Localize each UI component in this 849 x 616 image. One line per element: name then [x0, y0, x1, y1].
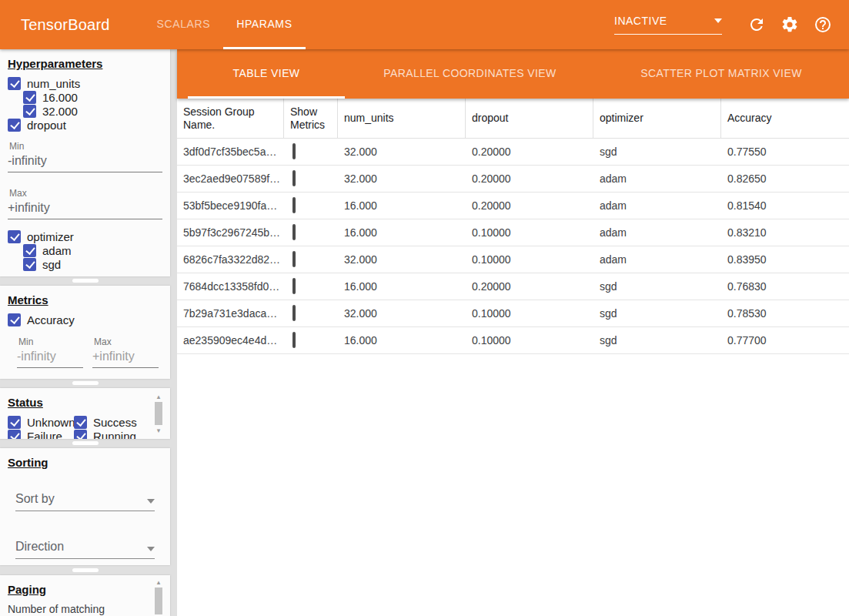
- status-success-row: Success: [74, 415, 146, 429]
- value-32-checkbox[interactable]: [23, 105, 36, 118]
- session-group-name: 5b97f3c2967245b…: [177, 226, 284, 239]
- checkbox-label: 16.000: [42, 91, 78, 104]
- max-label: Max: [9, 188, 162, 199]
- hparam-num-units-row: num_units: [8, 76, 162, 90]
- adam-checkbox[interactable]: [23, 244, 36, 257]
- show-metrics-checkbox[interactable]: [292, 197, 296, 213]
- status-panel: Status Unknown Success Failure Running ▴…: [0, 388, 170, 439]
- paging-scrollbar[interactable]: ▴: [153, 578, 164, 616]
- accuracy-checkbox[interactable]: [8, 313, 21, 326]
- dropout-cell: 0.20000: [466, 172, 593, 185]
- dropout-cell: 0.20000: [466, 199, 593, 212]
- column-header-show-metrics: Show Metrics: [284, 99, 338, 138]
- scroll-up-icon[interactable]: ▴: [157, 578, 161, 586]
- sort-by-select[interactable]: Sort by: [15, 490, 155, 511]
- num-units-checkbox[interactable]: [8, 77, 21, 90]
- tab-scalars[interactable]: SCALARS: [144, 0, 224, 49]
- optimizer-group: optimizer adam sgd: [8, 229, 162, 271]
- gear-icon: [780, 15, 799, 34]
- scroll-down-icon[interactable]: ▾: [157, 427, 161, 434]
- success-checkbox[interactable]: [74, 416, 87, 429]
- dropout-checkbox[interactable]: [8, 119, 21, 132]
- tab-parallel-coordinates-view[interactable]: PARALLEL COORDINATES VIEW: [345, 49, 595, 99]
- status-unknown-row: Unknown: [8, 415, 74, 429]
- max-input[interactable]: +infinity: [92, 347, 159, 368]
- tab-scatter-plot-matrix-view[interactable]: SCATTER PLOT MATRIX VIEW: [595, 49, 847, 99]
- dropout-cell: 0.10000: [466, 253, 593, 266]
- column-header-dropout: dropout: [466, 99, 593, 138]
- optimizer-checkbox[interactable]: [8, 230, 21, 243]
- num-units-cell: 32.000: [338, 146, 466, 158]
- hyperparameters-heading: Hyperparameters: [8, 57, 162, 70]
- hyperparameters-panel: Hyperparameters num_units 16.000 32.000 …: [0, 49, 170, 276]
- table-row: 3ec2aed9e07589f… 32.000 0.20000 adam 0.8…: [177, 166, 849, 192]
- hparam-value-row: adam: [8, 243, 162, 257]
- checkbox-label: adam: [42, 244, 72, 257]
- scrollbar-thumb[interactable]: [155, 588, 162, 614]
- metrics-panel: Metrics Accuracy Min -infinity Max +infi…: [0, 286, 170, 379]
- show-metrics-checkbox[interactable]: [292, 143, 296, 159]
- table-row: 7b29a731e3daca… 32.000 0.10000 sgd 0.785…: [177, 300, 849, 327]
- scrollbar-thumb[interactable]: [155, 402, 162, 425]
- optimizer-cell: adam: [593, 226, 721, 239]
- max-input[interactable]: +infinity: [8, 199, 162, 219]
- show-metrics-checkbox[interactable]: [292, 251, 296, 267]
- show-metrics-checkbox[interactable]: [292, 305, 296, 321]
- checkbox-label: optimizer: [27, 230, 74, 243]
- num-units-cell: 16.000: [338, 226, 466, 239]
- session-group-name: 53bf5bece9190fa…: [177, 199, 284, 212]
- dropout-cell: 0.20000: [466, 280, 593, 293]
- settings-button[interactable]: [780, 15, 799, 34]
- session-group-name: 7b29a731e3daca…: [177, 307, 284, 320]
- hparam-value-row: 32.000: [8, 104, 162, 118]
- show-metrics-checkbox[interactable]: [292, 332, 296, 348]
- dropout-min-field: Min -infinity: [8, 141, 162, 172]
- table-header: Session Group Name. Show Metrics num_uni…: [177, 99, 849, 139]
- run-status-value: INACTIVE: [614, 15, 667, 27]
- value-16-checkbox[interactable]: [23, 91, 36, 104]
- dropout-cell: 0.10000: [466, 226, 593, 239]
- optimizer-cell: sgd: [593, 280, 721, 293]
- accuracy-cell: 0.76830: [721, 280, 849, 293]
- section-resize-handle[interactable]: [72, 568, 99, 572]
- dropout-cell: 0.20000: [466, 146, 593, 158]
- help-button[interactable]: [814, 15, 832, 34]
- status-scrollbar[interactable]: ▴ ▾: [153, 393, 164, 434]
- show-metrics-checkbox[interactable]: [292, 170, 296, 186]
- show-metrics-checkbox[interactable]: [292, 278, 296, 294]
- dropout-max-field: Max +infinity: [8, 188, 162, 219]
- table-row: 7684dcc13358fd0… 16.000 0.20000 sgd 0.76…: [177, 273, 849, 300]
- checkbox-label: num_units: [27, 77, 80, 90]
- accuracy-cell: 0.83950: [721, 253, 849, 266]
- max-label: Max: [94, 336, 159, 347]
- section-resize-handle[interactable]: [72, 279, 99, 283]
- status-heading: Status: [8, 396, 162, 409]
- failure-checkbox[interactable]: [8, 430, 21, 440]
- accuracy-cell: 0.77700: [721, 334, 849, 346]
- direction-select[interactable]: Direction: [15, 537, 155, 559]
- checkbox-label: Accuracy: [27, 313, 75, 326]
- running-checkbox[interactable]: [74, 430, 87, 440]
- num-units-cell: 16.000: [338, 199, 466, 212]
- status-checkbox-grid: Unknown Success Failure Running: [8, 415, 146, 439]
- refresh-button[interactable]: [747, 15, 766, 34]
- section-resize-handle[interactable]: [72, 381, 99, 385]
- session-group-name: 3ec2aed9e07589f…: [177, 172, 284, 185]
- min-label: Min: [18, 336, 83, 347]
- run-status-select[interactable]: INACTIVE: [614, 15, 722, 35]
- chevron-down-icon: [147, 499, 155, 504]
- unknown-checkbox[interactable]: [8, 416, 21, 429]
- scroll-up-icon[interactable]: ▴: [157, 393, 161, 400]
- section-resize-handle[interactable]: [72, 441, 99, 445]
- column-header-num-units: num_units: [338, 99, 466, 138]
- chevron-down-icon: [714, 18, 722, 23]
- show-metrics-checkbox[interactable]: [292, 224, 296, 240]
- toolbar-right: INACTIVE: [614, 15, 832, 35]
- min-input[interactable]: -infinity: [8, 152, 162, 172]
- tab-hparams[interactable]: HPARAMS: [223, 0, 305, 49]
- tab-table-view[interactable]: TABLE VIEW: [188, 49, 345, 99]
- min-input[interactable]: -infinity: [17, 347, 83, 368]
- dropout-cell: 0.10000: [466, 307, 593, 320]
- sgd-checkbox[interactable]: [23, 258, 36, 271]
- accuracy-cell: 0.77550: [721, 146, 849, 158]
